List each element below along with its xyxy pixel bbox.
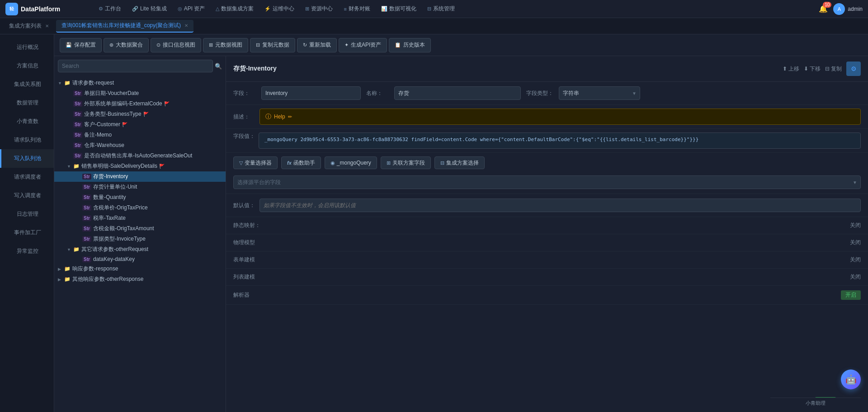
sidebar-item-query[interactable]: 小青查数 <box>0 112 54 131</box>
field-value-content[interactable]: _mongoQuery 2d9b95c4-6553-3a73-ac86-fc8a… <box>259 133 861 149</box>
sidebar-item-event[interactable]: 事件加工厂 <box>0 223 54 242</box>
tree-node-other-response[interactable]: ▶ 📁 其他响应参数-otherResponse <box>54 274 226 284</box>
nav-ops[interactable]: ⚡ 运维中心 <box>260 3 299 14</box>
meta-view-button[interactable]: ⊞ 元数据视图 <box>203 38 248 52</box>
toolbar: 💾 保存配置 ⊛ 大数据聚合 ⊙ 接口信息视图 ⊞ 元数据视图 ⊟ 复制元数据 … <box>54 34 868 56</box>
tree-node-sale-details[interactable]: ▼ 📁 销售单明细-SaleDeliveryDetails 🚩 <box>54 161 226 171</box>
tree-node-req-params[interactable]: ▼ 📁 请求参数-request <box>54 78 226 88</box>
field-input[interactable] <box>261 86 361 100</box>
gen-api-button[interactable]: ✦ 生成API资产 <box>339 38 387 52</box>
up-button[interactable]: ⬆ 上移 <box>783 65 799 73</box>
nav-lite[interactable]: 🔗 Lite 轻集成 <box>127 3 171 14</box>
tree-node-external-code[interactable]: Str 外部系统单据编码-ExternalCode 🚩 <box>54 99 226 109</box>
tree-container: ▼ 📁 请求参数-request Str 单据日期-VoucherDate St… <box>54 76 226 412</box>
save-config-button[interactable]: 💾 保存配置 <box>60 38 102 52</box>
tree-node-response[interactable]: ▶ 📁 响应参数-response <box>54 264 226 274</box>
nav-data-collection[interactable]: △ 数据集成方案 <box>211 3 258 14</box>
static-map-label: 静态映射： <box>233 222 260 229</box>
sidebar-item-write-queue[interactable]: 写入队列池 <box>0 149 54 168</box>
big-data-button[interactable]: ⊛ 大数据聚合 <box>104 38 149 52</box>
nav-sys-mgmt[interactable]: ⊟ 系统管理 <box>423 3 459 14</box>
search-icon[interactable]: 🔍 <box>215 63 222 70</box>
user-menu[interactable]: A admin <box>833 3 863 15</box>
tree-label-other-response: 其他响应参数-otherResponse <box>72 275 143 283</box>
settings-button[interactable]: ⚙ <box>846 62 861 76</box>
nav-data-viz[interactable]: 📊 数据可视化 <box>377 3 421 14</box>
str-icon-inv: Str <box>82 174 91 180</box>
sidebar-item-exception[interactable]: 异常监控 <box>0 242 54 260</box>
assistant-title: 小青助理 <box>806 400 826 406</box>
tab-detail-close[interactable]: ✕ <box>184 23 188 28</box>
nav-finance[interactable]: ≡ 财务对账 <box>339 3 374 14</box>
sidebar-item-write-sched[interactable]: 写入调度者 <box>0 186 54 205</box>
tree-toggle-or[interactable]: ▼ <box>67 247 73 252</box>
nav-api[interactable]: ◎ API 资产 <box>173 3 210 14</box>
func-helper-button[interactable]: fx 函数助手 <box>281 156 321 169</box>
tree-node-quantity[interactable]: Str 数量-Quantity <box>54 192 226 203</box>
default-input[interactable] <box>259 199 861 212</box>
search-input[interactable] <box>58 60 213 72</box>
nav-workbench[interactable]: ⚙ 工作台 <box>94 3 126 14</box>
nav-data-viz-label: 数据可视化 <box>389 5 416 13</box>
tab-list-label: 集成方案列表 <box>9 22 42 30</box>
assoc-field-button[interactable]: ⊞ 关联方案字段 <box>381 156 431 169</box>
tree-node-memo[interactable]: Str 备注-Memo <box>54 130 226 140</box>
sidebar-item-relation[interactable]: 集成关系图 <box>0 75 54 94</box>
tree-node-invoice-type[interactable]: Str 票据类型-InvoiceType <box>54 234 226 244</box>
tree-node-customer[interactable]: Str 客户-Customer 🚩 <box>54 119 226 130</box>
copy-meta-button[interactable]: ⊟ 复制元数据 <box>250 38 295 52</box>
tab-detail[interactable]: 查询001帐套销售出库对接畅捷通_copy(聚合测试) ✕ <box>56 20 193 33</box>
tree-label-quantity: 数量-Quantity <box>93 194 126 201</box>
help-edit-icon[interactable]: ✏ <box>288 114 292 120</box>
type-select[interactable]: 字符串 数字 布尔 <box>559 86 640 100</box>
sidebar-item-log-mgmt[interactable]: 日志管理 <box>0 205 54 223</box>
sys-mgmt-icon: ⊟ <box>427 6 431 12</box>
tree-node-data-key[interactable]: Str dataKey-dataKey <box>54 255 226 264</box>
var-selector-button[interactable]: ▽ 变量选择器 <box>233 156 278 169</box>
sidebar-item-overview[interactable]: 运行概况 <box>0 38 54 57</box>
tab-list-close[interactable]: ✕ <box>45 24 49 28</box>
tree-toggle-sd[interactable]: ▼ <box>67 164 73 169</box>
down-button[interactable]: ⬇ 下移 <box>804 65 821 73</box>
sidebar-item-info[interactable]: 方案信息 <box>0 57 54 75</box>
tree-toggle-resp[interactable]: ▶ <box>58 267 64 271</box>
copy-button[interactable]: ⊟ 复制 <box>825 65 842 73</box>
tree-toggle-oresp[interactable]: ▶ <box>58 277 64 282</box>
tree-node-warehouse[interactable]: Str 仓库-Warehouse <box>54 140 226 151</box>
tree-node-auto-gen[interactable]: Str 是否自动销售出库单-IsAutoGenerateSaleOut <box>54 151 226 161</box>
tree-toggle-req-params[interactable]: ▼ <box>58 81 64 85</box>
tree-node-voucher-date[interactable]: Str 单据日期-VoucherDate <box>54 88 226 99</box>
tree-node-business-type[interactable]: Str 业务类型-BusinessType 🚩 <box>54 109 226 119</box>
tree-node-tax-rate[interactable]: Str 税率-TaxRate <box>54 213 226 223</box>
flag-bt: 🚩 <box>143 112 149 117</box>
nav-workbench-label: 工作台 <box>105 5 121 13</box>
source-field-select[interactable]: 选择源平台的字段 <box>233 175 861 189</box>
copy-label: 复制元数据 <box>262 41 289 49</box>
tree-node-inventory[interactable]: Str 存货-Inventory <box>54 171 226 182</box>
sidebar-item-data-mgmt-label: 数据管理 <box>17 99 38 106</box>
sidebar-item-data-mgmt[interactable]: 数据管理 <box>0 94 54 112</box>
sidebar-item-query-label: 小青查数 <box>17 118 38 124</box>
tree-label-external-code: 外部系统单据编码-ExternalCode <box>84 100 162 108</box>
data-collection-icon: △ <box>216 6 219 12</box>
sidebar-item-scheduler[interactable]: 请求调度者 <box>0 168 54 186</box>
tab-list[interactable]: 集成方案列表 ✕ <box>4 20 54 33</box>
nav-resource[interactable]: ⊞ 资源中心 <box>301 3 337 14</box>
field-value-row: 字段值： _mongoQuery 2d9b95c4-6553-3a73-ac86… <box>226 129 868 153</box>
reload-button[interactable]: ↻ 重新加载 <box>297 38 337 52</box>
sidebar-item-req-queue[interactable]: 请求队列池 <box>0 131 54 149</box>
static-map-row: 静态映射： 关闭 <box>226 217 868 234</box>
tree-node-orig-tax-price[interactable]: Str 含税单价-OrigTaxPrice <box>54 203 226 213</box>
history-button[interactable]: 📋 历史版本 <box>389 38 431 52</box>
tree-node-unit[interactable]: Str 存货计量单位-Unit <box>54 182 226 192</box>
name-input[interactable] <box>394 86 521 100</box>
solution-select-button[interactable]: ⊟ 集成方案选择 <box>434 156 485 169</box>
float-assistant[interactable]: 🤖 <box>841 369 861 389</box>
notification-bell[interactable]: 🔔 10 <box>819 5 828 13</box>
mongo-query-button[interactable]: ◉ _mongoQuery <box>325 156 377 169</box>
tree-node-orig-tax-amount[interactable]: Str 含税金额-OrigTaxAmount <box>54 223 226 234</box>
tree-node-other-req[interactable]: ▼ 📁 其它请求参数-otherRequest <box>54 244 226 255</box>
interface-view-button[interactable]: ⊙ 接口信息视图 <box>151 38 201 52</box>
tree-label-customer: 客户-Customer <box>84 121 120 128</box>
nav-ops-label: 运维中心 <box>273 5 294 13</box>
